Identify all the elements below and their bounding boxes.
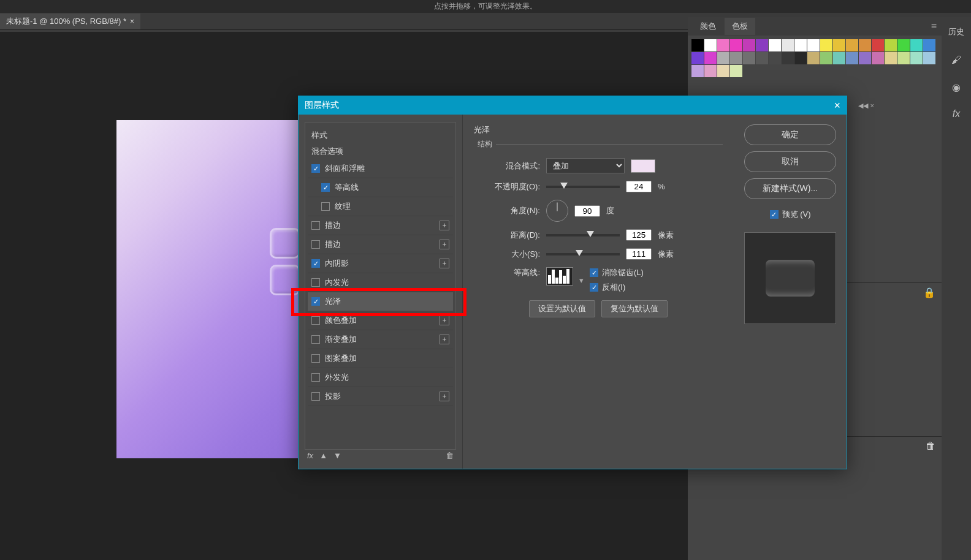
swatch[interactable] [691, 65, 704, 77]
swatch[interactable] [807, 52, 820, 64]
tab-swatches[interactable]: 色板 [725, 18, 755, 35]
close-icon[interactable]: × [130, 17, 134, 26]
swatch[interactable] [897, 39, 910, 51]
swatch[interactable] [717, 39, 729, 51]
antialias-checkbox[interactable]: ✓消除锯齿(L) [590, 267, 644, 278]
angle-dial[interactable] [546, 200, 568, 222]
swatch[interactable] [820, 39, 832, 51]
swatch[interactable] [704, 39, 717, 51]
checkbox[interactable]: ✓ [311, 259, 320, 268]
style-item-4[interactable]: 描边+ [308, 235, 453, 254]
panel-collapse-handle[interactable]: ◀◀× [858, 102, 874, 110]
brush-icon[interactable]: 🖌 [949, 53, 964, 67]
swatch[interactable] [910, 52, 923, 64]
swatch[interactable] [859, 52, 871, 64]
swatch[interactable] [717, 65, 729, 77]
fx-label[interactable]: fx [307, 451, 313, 460]
swatch[interactable] [833, 52, 845, 64]
style-item-12[interactable]: 投影+ [308, 387, 453, 406]
swatch[interactable] [872, 52, 884, 64]
radio-icon[interactable]: ◉ [949, 80, 964, 94]
checkbox[interactable]: ✓ [311, 297, 320, 306]
checkbox[interactable] [311, 392, 320, 401]
plus-icon[interactable]: + [440, 259, 449, 268]
cancel-button[interactable]: 取消 [744, 151, 836, 172]
checkbox[interactable] [311, 221, 320, 230]
styles-header[interactable]: 样式 [308, 127, 453, 143]
style-item-8[interactable]: 颜色叠加+ [308, 311, 453, 330]
contour-picker[interactable] [546, 267, 573, 286]
swatch[interactable] [743, 52, 755, 64]
swatch[interactable] [691, 52, 704, 64]
checkbox[interactable]: ✓ [311, 164, 320, 173]
satin-color-swatch[interactable] [631, 159, 655, 173]
swatch[interactable] [704, 65, 717, 77]
swatch[interactable] [730, 39, 742, 51]
dialog-titlebar[interactable]: 图层样式 × [299, 96, 847, 115]
style-item-7[interactable]: ✓光泽 [308, 292, 453, 311]
style-item-2[interactable]: 纹理 [308, 197, 453, 216]
checkbox[interactable] [311, 335, 320, 344]
invert-checkbox[interactable]: ✓反相(I) [590, 282, 644, 293]
swatch[interactable] [794, 52, 807, 64]
swatch[interactable] [885, 39, 897, 51]
style-item-10[interactable]: 图案叠加 [308, 349, 453, 368]
opacity-input[interactable] [626, 181, 652, 192]
checkbox[interactable] [311, 278, 320, 287]
trash-icon[interactable]: 🗑 [926, 441, 935, 452]
style-item-3[interactable]: 描边+ [308, 216, 453, 235]
swatch[interactable] [872, 39, 884, 51]
size-input[interactable] [626, 248, 652, 260]
set-default-button[interactable]: 设置为默认值 [529, 300, 595, 317]
style-item-5[interactable]: ✓内阴影+ [308, 254, 453, 273]
panel-menu-icon[interactable]: ≡ [931, 21, 937, 32]
swatch[interactable] [730, 52, 742, 64]
blend-options[interactable]: 混合选项 [308, 143, 453, 159]
swatch[interactable] [717, 52, 729, 64]
swatch[interactable] [704, 52, 717, 64]
plus-icon[interactable]: + [440, 392, 449, 401]
swatch[interactable] [769, 52, 781, 64]
swatch[interactable] [910, 39, 923, 51]
tab-color[interactable]: 颜色 [693, 18, 723, 35]
swatch[interactable] [846, 39, 858, 51]
swatch[interactable] [820, 52, 832, 64]
arrow-down-icon[interactable]: ▼ [333, 451, 341, 460]
style-item-11[interactable]: 外发光 [308, 368, 453, 387]
swatch[interactable] [794, 39, 807, 51]
plus-icon[interactable]: + [440, 240, 449, 249]
swatch[interactable] [756, 52, 768, 64]
swatch[interactable] [846, 52, 858, 64]
distance-input[interactable] [626, 229, 652, 241]
style-item-0[interactable]: ✓斜面和浮雕 [308, 159, 453, 178]
checkbox[interactable] [311, 354, 320, 363]
chevron-down-icon[interactable]: ▾ [579, 276, 584, 285]
plus-icon[interactable]: + [440, 221, 449, 230]
checkbox[interactable] [311, 316, 320, 325]
arrow-up-icon[interactable]: ▲ [319, 451, 327, 460]
swatch[interactable] [923, 39, 935, 51]
plus-icon[interactable]: + [440, 335, 449, 344]
reset-default-button[interactable]: 复位为默认值 [601, 300, 668, 317]
swatch[interactable] [782, 39, 794, 51]
swatch[interactable] [833, 39, 845, 51]
lock-icon[interactable]: 🔒 [923, 287, 935, 298]
fx-icon[interactable]: fx [949, 107, 964, 121]
blend-mode-select[interactable]: 叠加 [546, 158, 625, 173]
opacity-slider[interactable] [546, 186, 620, 188]
checkbox[interactable] [311, 373, 320, 382]
close-icon[interactable]: × [834, 99, 840, 112]
swatch[interactable] [897, 52, 910, 64]
angle-input[interactable] [574, 205, 600, 217]
swatch[interactable] [885, 52, 897, 64]
style-item-1[interactable]: ✓等高线 [308, 178, 453, 197]
tab-history[interactable]: 历史 [945, 23, 968, 40]
swatch[interactable] [769, 39, 781, 51]
style-item-6[interactable]: 内发光 [308, 273, 453, 292]
document-tab[interactable]: 未标题-1 @ 100% (PS, RGB/8#) * × [0, 13, 140, 29]
swatch[interactable] [807, 39, 820, 51]
distance-slider[interactable] [546, 234, 620, 236]
swatch[interactable] [782, 52, 794, 64]
preview-checkbox[interactable]: ✓预览 (V) [770, 209, 811, 220]
swatch[interactable] [691, 39, 704, 51]
